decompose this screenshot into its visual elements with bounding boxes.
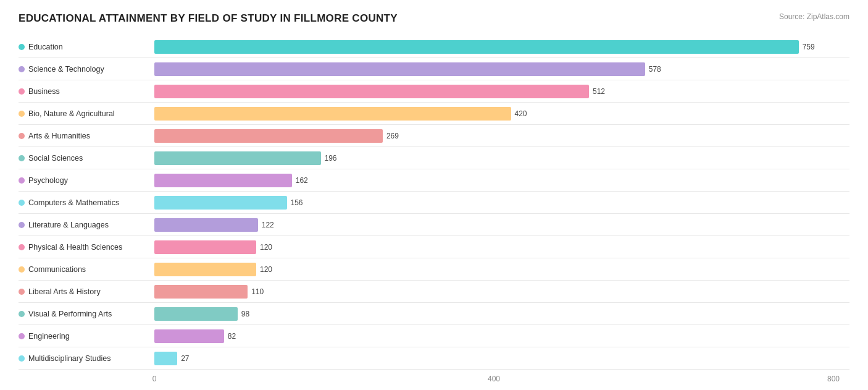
bar-value-label: 162 — [296, 176, 308, 185]
bar-label-text: Liberal Arts & History — [28, 287, 101, 296]
bar-dot — [19, 355, 25, 362]
bar-value-label: 98 — [241, 310, 249, 318]
bar-label: Liberal Arts & History — [19, 287, 154, 296]
bar-label: Education — [19, 43, 154, 51]
chart-title: EDUCATIONAL ATTAINMENT BY FIELD OF STUDY… — [19, 12, 398, 25]
bar-label: Multidisciplinary Studies — [19, 354, 154, 363]
bar-row: Arts & Humanities269 — [19, 125, 849, 147]
bar-value-label: 120 — [260, 265, 272, 274]
bar-dot — [19, 244, 25, 250]
bar-label-text: Computers & Mathematics — [28, 198, 119, 207]
bar-container: 420 — [154, 107, 849, 121]
bar-label: Visual & Performing Arts — [19, 310, 154, 318]
bar-value-label: 759 — [803, 43, 815, 51]
bar-label-text: Education — [28, 43, 63, 51]
bar-row: Visual & Performing Arts98 — [19, 303, 849, 325]
bar-label-text: Literature & Languages — [28, 221, 109, 229]
bar-row: Business512 — [19, 80, 849, 103]
bar-fill — [154, 85, 589, 98]
bar-container: 98 — [154, 307, 849, 321]
bar-fill — [154, 196, 287, 210]
bar-container: 122 — [154, 218, 849, 232]
bar-container: 120 — [154, 263, 849, 276]
bar-row: Liberal Arts & History110 — [19, 281, 849, 303]
bar-label: Science & Technology — [19, 65, 154, 74]
bar-dot — [19, 111, 25, 117]
bar-row: Science & Technology578 — [19, 58, 849, 80]
bar-fill — [154, 107, 511, 121]
bar-fill — [154, 285, 248, 299]
bar-dot — [19, 44, 25, 50]
bar-fill — [154, 329, 224, 343]
bar-label-text: Communications — [28, 265, 86, 274]
bar-fill — [154, 174, 292, 187]
bar-value-label: 110 — [251, 287, 264, 296]
source-text: Source: ZipAtlas.com — [779, 12, 849, 21]
bar-dot — [19, 311, 25, 317]
x-axis: 0400800 — [154, 375, 849, 387]
bar-value-label: 156 — [291, 198, 303, 207]
bar-dot — [19, 289, 25, 295]
bar-dot — [19, 133, 25, 139]
bar-container: 120 — [154, 240, 849, 254]
bar-value-label: 512 — [593, 87, 605, 96]
bar-row: Social Sciences196 — [19, 147, 849, 169]
bar-value-label: 122 — [262, 221, 274, 229]
bar-label-text: Social Sciences — [28, 154, 83, 163]
bar-dot — [19, 200, 25, 206]
bar-label: Bio, Nature & Agricultural — [19, 109, 154, 118]
bar-dot — [19, 66, 25, 72]
bar-dot — [19, 177, 25, 184]
bar-label: Communications — [19, 265, 154, 274]
bar-row: Bio, Nature & Agricultural420 — [19, 103, 849, 125]
x-axis-label: 800 — [827, 375, 840, 383]
bar-label: Physical & Health Sciences — [19, 243, 154, 252]
bar-fill — [154, 151, 321, 165]
bar-row: Physical & Health Sciences120 — [19, 236, 849, 258]
bar-label-text: Bio, Nature & Agricultural — [28, 109, 115, 118]
bar-label: Psychology — [19, 176, 154, 185]
bar-fill — [154, 218, 258, 232]
bar-dot — [19, 333, 25, 339]
bar-row: Literature & Languages122 — [19, 214, 849, 236]
bar-container: 162 — [154, 174, 849, 187]
bar-label-text: Physical & Health Sciences — [28, 243, 122, 252]
bar-label: Arts & Humanities — [19, 132, 154, 140]
bar-container: 578 — [154, 62, 849, 76]
bar-label: Business — [19, 87, 154, 96]
bar-row: Computers & Mathematics156 — [19, 192, 849, 214]
bar-value-label: 196 — [325, 154, 337, 163]
bar-label-text: Arts & Humanities — [28, 132, 90, 140]
bar-container: 269 — [154, 129, 849, 143]
bar-container: 156 — [154, 196, 849, 210]
bar-dot — [19, 88, 25, 95]
bar-container: 196 — [154, 151, 849, 165]
chart-area: Education759Science & Technology578Busin… — [19, 36, 849, 387]
bar-row: Multidisciplinary Studies27 — [19, 347, 849, 370]
bar-value-label: 27 — [181, 354, 189, 363]
bar-value-label: 578 — [649, 65, 661, 74]
bar-label-text: Multidisciplinary Studies — [28, 354, 111, 363]
bar-container: 82 — [154, 329, 849, 343]
bar-row: Communications120 — [19, 258, 849, 281]
bar-label-text: Engineering — [28, 332, 70, 341]
bar-fill — [154, 129, 383, 143]
bar-container: 110 — [154, 285, 849, 299]
bar-value-label: 120 — [260, 243, 272, 252]
bar-label: Social Sciences — [19, 154, 154, 163]
bar-label: Literature & Languages — [19, 221, 154, 229]
x-axis-label: 0 — [152, 375, 157, 383]
bar-label: Computers & Mathematics — [19, 198, 154, 207]
bar-value-label: 269 — [386, 132, 399, 140]
bar-row: Psychology162 — [19, 169, 849, 192]
bar-label: Engineering — [19, 332, 154, 341]
bar-label-text: Psychology — [28, 176, 68, 185]
bar-fill — [154, 240, 256, 254]
bar-fill — [154, 62, 645, 76]
bar-label-text: Business — [28, 87, 60, 96]
bar-value-label: 420 — [515, 109, 527, 118]
bar-fill — [154, 352, 177, 365]
bar-fill — [154, 307, 238, 321]
bar-fill — [154, 263, 256, 276]
bar-value-label: 82 — [228, 332, 236, 341]
